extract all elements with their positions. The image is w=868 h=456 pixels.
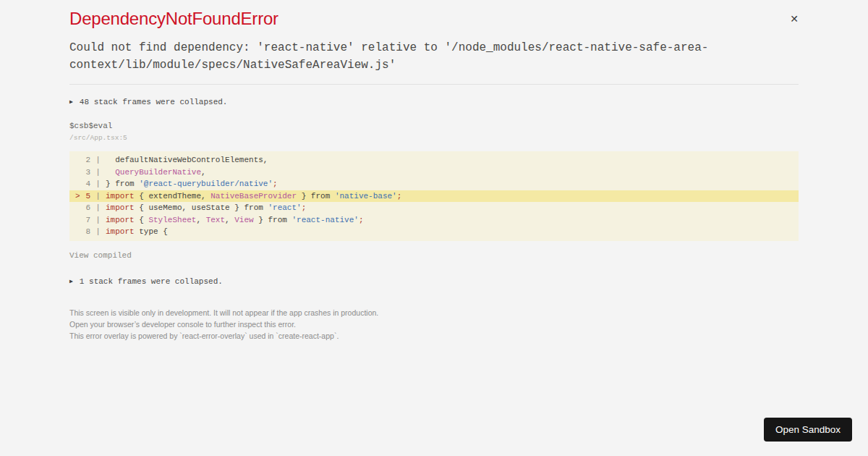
close-button[interactable]: ✕ — [790, 14, 799, 24]
code-token: } from — [254, 216, 292, 224]
divider — [69, 84, 799, 85]
gutter-separator: | — [90, 154, 106, 166]
code-line: 2| defaultNativeWebControlElements, — [69, 154, 799, 166]
error-message: Could not find dependency: 'react-native… — [69, 39, 799, 74]
code-token: ; — [273, 180, 278, 188]
code-text: } from '@react-querybuilder/native'; — [106, 178, 278, 190]
code-token: } from — [106, 180, 139, 188]
collapse-toggle-bottom[interactable]: ▶ 1 stack frames were collapsed. — [69, 277, 223, 286]
code-line: 6| import { useMemo, useState } from 're… — [69, 202, 799, 214]
code-gutter: 7| — [69, 214, 106, 227]
stack-frame: $csb$eval /src/App.tsx:5 — [69, 122, 799, 142]
code-token: View — [234, 216, 253, 224]
open-sandbox-button[interactable]: Open Sandbox — [764, 418, 852, 442]
code-token: ; — [359, 216, 364, 224]
frame-file-location: /src/App.tsx:5 — [69, 134, 799, 142]
code-text: import { StyleSheet, Text, View } from '… — [106, 214, 364, 227]
code-token: StyleSheet — [148, 216, 196, 224]
line-number: 7 — [85, 214, 90, 227]
collapsed-frames-label: 48 stack frames were collapsed. — [80, 98, 228, 106]
code-token: import — [106, 192, 135, 200]
code-gutter: 4| — [69, 178, 106, 190]
line-number: 5 — [85, 190, 90, 203]
code-token — [106, 168, 115, 177]
line-number: 8 — [85, 226, 90, 238]
caret-right-icon: ▶ — [69, 99, 73, 105]
footer-line-console: Open your browser’s developer console to… — [69, 318, 799, 330]
code-token: ; — [302, 203, 307, 212]
code-token: NativeBaseProvider — [210, 192, 297, 200]
frame-function-name: $csb$eval — [69, 122, 799, 130]
code-frame: 2| defaultNativeWebControlElements, 3| Q… — [69, 151, 799, 241]
code-token: type { — [135, 227, 168, 236]
error-overlay: DependencyNotFoundError ✕ Could not find… — [69, 0, 799, 342]
code-text: QueryBuilderNative, — [106, 166, 206, 179]
code-token: { useMemo, useState } from — [135, 203, 268, 212]
code-line: 8| import type { — [69, 226, 799, 238]
code-token: , — [196, 216, 205, 224]
code-gutter: 3| — [69, 166, 106, 179]
code-line: 7| import { StyleSheet, Text, View } fro… — [69, 214, 799, 227]
caret-right-icon: ▶ — [69, 279, 73, 284]
gutter-separator: | — [90, 190, 106, 203]
code-token: 'native-base' — [335, 192, 397, 200]
view-compiled-link[interactable]: View compiled — [69, 251, 132, 260]
code-line-highlighted: >5| import { extendTheme, NativeBaseProv… — [69, 190, 799, 203]
code-text: import { extendTheme, NativeBaseProvider… — [106, 190, 401, 203]
gutter-separator: | — [90, 178, 106, 190]
code-token: import — [106, 216, 135, 224]
code-token: , — [201, 168, 206, 177]
line-number: 6 — [85, 202, 90, 214]
code-token: import — [106, 203, 135, 212]
code-token: ; — [397, 192, 402, 200]
code-token: 'react-native' — [292, 216, 358, 224]
gutter-separator: | — [90, 214, 106, 227]
current-line-marker: > — [69, 190, 85, 203]
line-number: 2 — [85, 154, 90, 166]
code-text: defaultNativeWebControlElements, — [106, 154, 268, 166]
close-icon: ✕ — [790, 13, 799, 25]
collapsed-frames-label: 1 stack frames were collapsed. — [80, 277, 223, 286]
code-token: defaultNativeWebControlElements, — [106, 156, 268, 164]
gutter-separator: | — [90, 166, 106, 179]
footer-line-development: This screen is visible only in developme… — [69, 307, 799, 318]
error-title: DependencyNotFoundError — [69, 9, 278, 29]
code-line: 4| } from '@react-querybuilder/native'; — [69, 178, 799, 190]
code-token: } from — [297, 192, 335, 200]
code-gutter: >5| — [69, 190, 106, 203]
code-token: '@react-querybuilder/native' — [139, 180, 273, 188]
line-number: 3 — [85, 166, 90, 179]
code-gutter: 8| — [69, 226, 106, 238]
line-number: 4 — [85, 178, 90, 190]
gutter-separator: | — [90, 226, 106, 238]
gutter-separator: | — [90, 202, 106, 214]
code-token: QueryBuilderNative — [115, 168, 201, 177]
code-token: { extendTheme, — [135, 192, 211, 200]
overlay-header: DependencyNotFoundError ✕ — [69, 9, 799, 29]
code-text: import { useMemo, useState } from 'react… — [106, 202, 306, 214]
code-gutter: 2| — [69, 154, 106, 166]
code-token: import — [106, 227, 135, 236]
collapse-toggle-top[interactable]: ▶ 48 stack frames were collapsed. — [69, 98, 227, 106]
footer-line-powered-by: This error overlay is powered by `react-… — [69, 330, 799, 342]
code-token: 'react' — [268, 203, 301, 212]
code-token: Text — [206, 216, 225, 224]
code-gutter: 6| — [69, 202, 106, 214]
code-text: import type { — [106, 226, 168, 238]
footer-note: This screen is visible only in developme… — [69, 307, 799, 342]
code-line: 3| QueryBuilderNative, — [69, 166, 799, 179]
code-token: { — [135, 216, 149, 224]
code-token: , — [225, 216, 234, 224]
